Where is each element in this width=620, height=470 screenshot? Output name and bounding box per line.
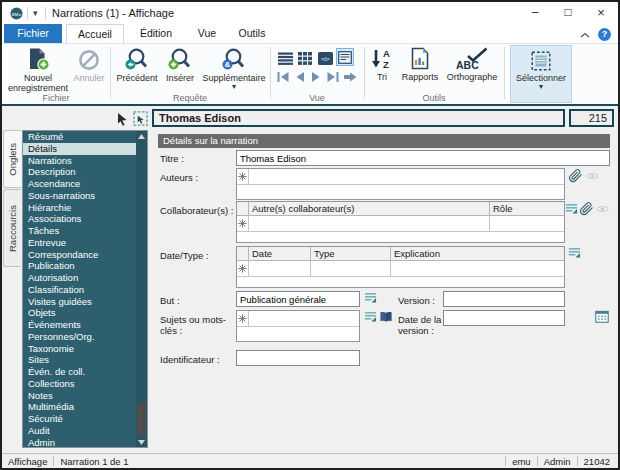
identificateur-label: Identificateur : — [160, 354, 220, 365]
scrollbar-thumb[interactable] — [137, 403, 146, 435]
sidebar-item-even-de-coll[interactable]: Évén. de coll. — [23, 366, 136, 378]
sidebar-item-evenements[interactable]: Événements — [23, 319, 136, 331]
quick-access-dropdown-icon[interactable]: ▾ — [33, 9, 38, 17]
select-region-icon[interactable] — [133, 111, 148, 126]
select-dropdown-icon[interactable]: ▾ — [511, 83, 571, 91]
view-grid-button[interactable] — [296, 49, 314, 67]
lookup-list-icon[interactable] — [364, 311, 377, 323]
identificateur-input[interactable] — [236, 350, 360, 366]
scroll-down-icon[interactable] — [136, 437, 147, 447]
attachment-icon[interactable] — [579, 201, 594, 216]
additional-button[interactable]: & Supplémentaire ▾ — [200, 47, 268, 91]
maximize-button[interactable]: □ — [553, 2, 583, 24]
select-icon — [531, 51, 551, 71]
view-code-icon: </> — [318, 52, 333, 65]
sidebar-tab-raccourcis[interactable]: Raccourcis — [3, 189, 21, 267]
auteurs-grid[interactable] — [236, 168, 565, 200]
minimize-button[interactable]: – — [520, 2, 550, 24]
sidebar-item-resume[interactable]: Résumé — [23, 131, 136, 143]
sidebar-scrollbar[interactable] — [136, 131, 147, 447]
new-row-marker — [237, 311, 249, 326]
new-record-button[interactable]: Nouvel enregistrement — [6, 47, 70, 93]
insert-button[interactable]: Insérer — [162, 47, 198, 83]
date-version-input[interactable] — [443, 310, 565, 326]
help-icon[interactable]: ? — [598, 28, 611, 41]
sidebar-item-hierarchie[interactable]: Hiérarchie — [23, 202, 136, 214]
view-list-icon — [278, 52, 293, 65]
view-list-button[interactable] — [276, 49, 294, 67]
sidebar-item-details[interactable]: Détails — [23, 143, 136, 155]
sidebar-item-description[interactable]: Description — [23, 166, 136, 178]
spelling-button[interactable]: ABC Orthographe — [442, 47, 502, 82]
lookup-list-icon[interactable] — [568, 247, 581, 259]
tab-vue[interactable]: Vue — [188, 24, 226, 43]
sujets-grid[interactable] — [236, 310, 360, 342]
sidebar-item-collections[interactable]: Collections — [23, 378, 136, 390]
sidebar-item-admin[interactable]: Admin — [23, 437, 136, 449]
calendar-icon[interactable] — [595, 310, 609, 323]
sidebar-item-objets[interactable]: Objets — [23, 307, 136, 319]
sidebar-item-notes[interactable]: Notes — [23, 390, 136, 402]
tab-accueil[interactable]: Accueil — [66, 24, 124, 44]
tab-fichier[interactable]: Fichier — [4, 24, 62, 43]
sidebar-item-audit[interactable]: Audit — [23, 425, 136, 437]
select-button[interactable]: Sélectionner ▾ — [510, 45, 572, 103]
additional-dropdown-icon[interactable]: ▾ — [200, 83, 268, 91]
sidebar-item-autorisation[interactable]: Autorisation — [23, 272, 136, 284]
tab-outils[interactable]: Outils — [230, 24, 274, 43]
eye-icon[interactable] — [586, 171, 599, 181]
sidebar-item-correspondance[interactable]: Correspondance — [23, 249, 136, 261]
close-button[interactable]: × — [586, 2, 616, 24]
sidebar-item-entrevue[interactable]: Entrevue — [23, 237, 136, 249]
previous-record-icon[interactable] — [293, 71, 307, 83]
sidebar-item-personnes-org[interactable]: Personnes/Org. — [23, 331, 136, 343]
sidebar-item-ascendance[interactable]: Ascendance — [23, 178, 136, 190]
sidebar-item-securite[interactable]: Sécurité — [23, 413, 136, 425]
but-input[interactable] — [236, 291, 360, 307]
date-type-table[interactable]: Date Type Explication — [236, 246, 565, 288]
first-record-icon[interactable] — [277, 71, 291, 83]
sidebar-item-sites[interactable]: Sites — [23, 354, 136, 366]
sidebar-item-visites-guidees[interactable]: Visites guidées — [23, 296, 136, 308]
sidebar-item-publication[interactable]: Publication — [23, 260, 136, 272]
sidebar-item-taches[interactable]: Tâches — [23, 225, 136, 237]
sidebar-item-classification[interactable]: Classification — [23, 284, 136, 296]
auteurs-cell[interactable] — [249, 169, 564, 184]
explication-cell[interactable] — [391, 261, 564, 276]
collaborateurs-table[interactable]: Autre(s) collaborateur(s) Rôle — [236, 201, 565, 243]
scroll-up-icon[interactable] — [136, 131, 147, 141]
separator — [27, 7, 28, 19]
view-code-button[interactable]: </> — [316, 49, 334, 67]
ribbon-collapse-icon[interactable] — [580, 32, 590, 38]
attachment-icon[interactable] — [568, 168, 583, 183]
thesaurus-book-icon[interactable] — [379, 311, 393, 323]
lookup-list-icon[interactable] — [364, 292, 377, 304]
goto-record-icon[interactable] — [343, 71, 358, 83]
role-cell[interactable] — [490, 216, 564, 231]
eye-icon[interactable] — [596, 204, 609, 214]
sidebar-item-associations[interactable]: Associations — [23, 213, 136, 225]
column-header-date: Date — [249, 247, 311, 260]
version-input[interactable] — [443, 291, 565, 307]
tab-edition[interactable]: Édition — [128, 24, 184, 43]
sort-button[interactable]: AZ Tri — [368, 47, 396, 82]
sidebar-item-taxonomie[interactable]: Taxonomie — [23, 343, 136, 355]
sidebar-tab-onglets[interactable]: Onglets — [3, 130, 21, 188]
pointer-tool-icon[interactable] — [116, 112, 128, 126]
last-record-icon[interactable] — [325, 71, 339, 83]
reports-button[interactable]: Rapports — [398, 47, 442, 82]
lookup-list-icon[interactable] — [565, 203, 578, 215]
sidebar-item-sous-narrations[interactable]: Sous-narrations — [23, 190, 136, 202]
collaborateur-cell[interactable] — [249, 216, 490, 231]
previous-button[interactable]: Précédent — [114, 47, 160, 83]
type-cell[interactable] — [311, 261, 391, 276]
sujet-cell[interactable] — [249, 311, 359, 326]
record-number-box: 215 — [569, 109, 614, 127]
separator — [537, 456, 538, 466]
date-cell[interactable] — [249, 261, 311, 276]
sidebar-item-narrations[interactable]: Narrations — [23, 155, 136, 167]
view-details-button[interactable] — [336, 48, 354, 66]
next-record-icon[interactable] — [309, 71, 323, 83]
sidebar-item-multimedia[interactable]: Multimédia — [23, 401, 136, 413]
titre-input[interactable] — [236, 150, 610, 166]
